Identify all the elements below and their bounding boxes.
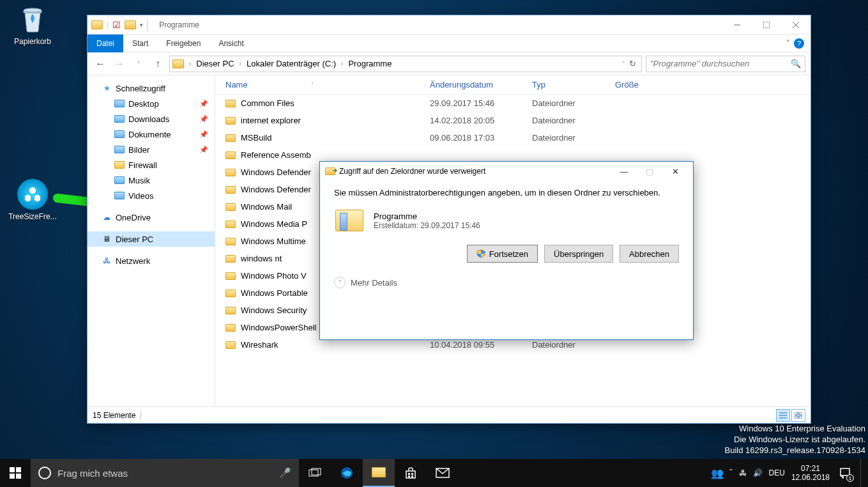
more-details-toggle[interactable]: ˅ Mehr Details xyxy=(334,273,679,288)
nav-up-button[interactable]: ↑ xyxy=(150,56,165,72)
dialog-close-button[interactable]: ✕ xyxy=(662,162,688,181)
qat-newfolder-icon[interactable] xyxy=(125,20,136,29)
continue-button[interactable]: Fortsetzen xyxy=(467,245,538,263)
volume-icon[interactable]: 🔊 xyxy=(753,468,763,477)
view-details-button[interactable] xyxy=(776,409,790,422)
svg-point-0 xyxy=(24,8,42,12)
help-icon[interactable]: ? xyxy=(794,38,804,49)
breadcrumb[interactable]: Lokaler Datenträger (C:) xyxy=(244,59,339,68)
qat-divider: | xyxy=(107,20,109,29)
window-titlebar[interactable]: | ☑ ▾ Programme xyxy=(88,15,811,35)
sidebar-item-firewall[interactable]: Firewall xyxy=(88,157,215,173)
svg-rect-2 xyxy=(763,22,770,28)
separator xyxy=(147,19,148,31)
close-button[interactable] xyxy=(781,15,811,35)
status-text: 15 Elemente xyxy=(93,411,135,420)
sidebar-item-music[interactable]: Musik xyxy=(88,173,215,188)
folder-icon xyxy=(225,307,236,314)
sidebar-network[interactable]: Netzwerk xyxy=(88,253,215,268)
start-button[interactable] xyxy=(0,459,31,487)
skip-button[interactable]: Überspringen xyxy=(544,245,613,263)
svg-rect-11 xyxy=(799,416,802,419)
addr-dropdown-icon[interactable]: ˅ xyxy=(622,61,625,67)
folder-icon xyxy=(114,100,125,107)
taskbar-app-edge[interactable] xyxy=(331,459,363,487)
sidebar-item-desktop[interactable]: Desktop📌 xyxy=(88,96,215,111)
search-icon[interactable]: 🔍 xyxy=(791,59,801,68)
window-title: Programme xyxy=(159,20,199,29)
folder-icon xyxy=(372,467,386,477)
nav-forward-button[interactable]: → xyxy=(112,56,127,72)
taskbar-search[interactable]: Frag mich etwas 🎤 xyxy=(31,459,299,487)
taskbar-app-store[interactable] xyxy=(395,459,427,487)
taskbar-app-mail[interactable] xyxy=(427,459,459,487)
dialog-object-row: Programme Erstelldatum: 29.09.2017 15:46 xyxy=(334,208,679,233)
action-center-button[interactable]: 1 xyxy=(836,464,854,482)
ribbon-expand[interactable]: ˅? xyxy=(780,38,811,49)
folder-icon xyxy=(225,220,236,228)
column-headers: Nameˆ Änderungsdatum Typ Größe xyxy=(215,75,811,95)
tab-start[interactable]: Start xyxy=(123,35,157,52)
table-row[interactable]: MSBuild09.06.2018 17:03Dateiordner xyxy=(215,129,811,146)
refresh-icon[interactable]: ↻ xyxy=(629,59,636,68)
folder-large-icon xyxy=(334,208,365,233)
sidebar: ★Schnellzugriff Desktop📌 Downloads📌 Doku… xyxy=(88,75,215,406)
file-name: Windows Defender xyxy=(241,185,311,194)
tray-expand-icon[interactable]: ˆ xyxy=(730,468,733,477)
sidebar-item-pictures[interactable]: Bilder📌 xyxy=(88,142,215,157)
nav-recent-button[interactable]: ˅ xyxy=(131,56,146,72)
qat-properties-icon[interactable]: ☑ xyxy=(112,20,121,30)
table-row[interactable]: Common Files29.09.2017 15:46Dateiordner xyxy=(215,95,811,112)
nav-back-button[interactable]: ← xyxy=(93,56,108,72)
column-type[interactable]: Typ xyxy=(532,80,615,89)
people-icon[interactable]: 👥 xyxy=(711,467,724,479)
music-icon xyxy=(114,176,125,184)
file-name: Windows Mail xyxy=(241,202,292,212)
notification-badge: 1 xyxy=(846,474,854,482)
svg-rect-14 xyxy=(10,474,15,479)
sidebar-this-pc[interactable]: Dieser PC xyxy=(88,231,215,247)
sidebar-quick-access[interactable]: ★Schnellzugriff xyxy=(88,81,215,96)
uac-shield-icon xyxy=(476,249,485,258)
table-row[interactable]: internet explorer14.02.2018 20:05Dateior… xyxy=(215,112,811,129)
maximize-button[interactable] xyxy=(752,15,781,35)
breadcrumb[interactable]: Dieser PC xyxy=(194,59,236,68)
column-size[interactable]: Größe xyxy=(615,80,666,89)
sidebar-item-documents[interactable]: Dokumente📌 xyxy=(88,127,215,142)
pin-icon: 📌 xyxy=(199,100,208,108)
view-icons-button[interactable] xyxy=(791,409,805,422)
cancel-button[interactable]: Abbrechen xyxy=(620,245,679,263)
column-name[interactable]: Nameˆ xyxy=(225,80,430,89)
column-date[interactable]: Änderungsdatum xyxy=(430,80,532,89)
sidebar-item-downloads[interactable]: Downloads📌 xyxy=(88,111,215,127)
sidebar-onedrive[interactable]: OneDrive xyxy=(88,210,215,225)
show-desktop-button[interactable] xyxy=(860,459,864,487)
network-icon[interactable]: 🖧 xyxy=(739,468,747,477)
minimize-button[interactable] xyxy=(722,15,752,35)
clock[interactable]: 07:21 12.06.2018 xyxy=(791,464,830,483)
breadcrumb[interactable]: Programme xyxy=(346,59,394,68)
pc-icon xyxy=(102,234,112,244)
desktop-icon-recycle-bin[interactable]: Papierkorb xyxy=(4,4,61,46)
cloud-icon xyxy=(102,212,112,222)
search-box[interactable]: 🔍 xyxy=(646,56,805,72)
dialog-minimize-button[interactable]: — xyxy=(611,162,637,181)
tab-share[interactable]: Freigeben xyxy=(157,35,209,52)
system-tray: 👥 ˆ 🖧 🔊 DEU 07:21 12.06.2018 1 xyxy=(711,459,868,487)
address-bar[interactable]: › Dieser PC › Lokaler Datenträger (C:) ›… xyxy=(169,56,642,72)
taskbar-app-explorer[interactable] xyxy=(363,459,395,487)
sidebar-item-videos[interactable]: Videos xyxy=(88,188,215,203)
task-view-button[interactable] xyxy=(299,459,331,487)
microphone-icon[interactable]: 🎤 xyxy=(279,467,291,479)
dialog-titlebar[interactable]: ➜ Zugriff auf den Zielordner wurde verwe… xyxy=(320,162,693,181)
language-indicator[interactable]: DEU xyxy=(769,468,785,477)
dialog-message: Sie müssen Administratorberechtigungen a… xyxy=(334,187,679,199)
search-input[interactable] xyxy=(650,59,791,68)
desktop-icon-treesize[interactable]: TreeSizeFre... xyxy=(4,179,61,221)
file-name: Reference Assemb xyxy=(241,150,311,160)
file-type: Dateiordner xyxy=(532,98,615,108)
tab-file[interactable]: Datei xyxy=(88,35,123,52)
qat-dropdown-icon[interactable]: ▾ xyxy=(140,22,143,28)
file-name: Common Files xyxy=(241,98,294,108)
tab-view[interactable]: Ansicht xyxy=(209,35,252,52)
